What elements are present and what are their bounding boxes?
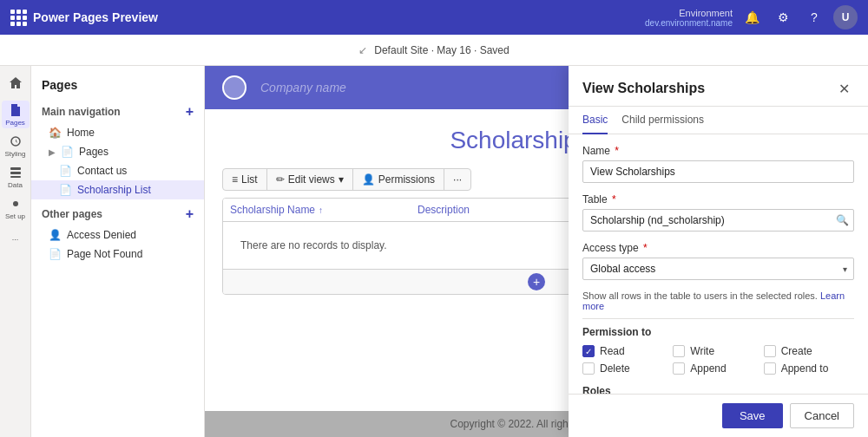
table-input-wrap: 🔍: [582, 209, 854, 232]
save-button[interactable]: Save: [722, 403, 783, 428]
append-label: Append: [690, 362, 726, 375]
settings-button[interactable]: ⚙: [771, 5, 795, 29]
rail-setup-icon[interactable]: Set up: [2, 194, 30, 222]
name-input[interactable]: [582, 160, 854, 183]
home-label: Home: [67, 127, 95, 139]
sort-icon: ↑: [319, 205, 323, 215]
sidebar-item-home[interactable]: 🏠 Home: [31, 123, 204, 142]
edit-views-button[interactable]: ✏ Edit views ▾: [267, 169, 353, 190]
checkbox-append: Append: [673, 362, 763, 375]
app-title: Power Pages Preview: [33, 10, 158, 24]
cancel-button[interactable]: Cancel: [790, 403, 854, 428]
topbar-right: Environment dev.environment.name 🔔 ⚙ ? U: [645, 5, 858, 29]
checkbox-read: ✓ Read: [582, 345, 673, 357]
more-button[interactable]: ···: [444, 169, 470, 190]
panel-close-button[interactable]: ✕: [833, 78, 854, 99]
main-layout: Pages Styling Data Set up ··· Pages Main…: [0, 66, 868, 437]
sidebar-header: Pages: [31, 73, 204, 97]
add-other-button[interactable]: +: [186, 206, 194, 222]
rail-data-icon[interactable]: Data: [2, 163, 30, 191]
checkbox-write: Write: [673, 345, 763, 357]
environment-name: dev.environment.name: [645, 18, 733, 28]
rail-pages-label: Pages: [5, 119, 25, 127]
rail-styling-icon[interactable]: Styling: [2, 132, 30, 160]
table-input[interactable]: [582, 209, 854, 232]
rail-more-icon[interactable]: ···: [2, 225, 30, 253]
panel-header: View Scholarships ✕: [569, 66, 868, 107]
other-pages-section: Other pages +: [31, 199, 204, 225]
tab-child-permissions[interactable]: Child permissions: [621, 107, 704, 134]
pages-label: Pages: [79, 146, 108, 158]
append-to-checkbox[interactable]: [764, 362, 776, 375]
svg-rect-3: [10, 176, 21, 178]
append-checkbox[interactable]: [673, 362, 685, 375]
company-name: Company name: [260, 81, 346, 95]
rail-home-icon[interactable]: [2, 69, 30, 97]
list-button[interactable]: ≡ List: [223, 169, 267, 190]
delete-checkbox[interactable]: [582, 362, 595, 375]
panel-title: View Scholarships: [582, 81, 705, 96]
append-to-label: Append to: [781, 362, 829, 375]
list-icon: ≡: [232, 173, 238, 186]
create-checkbox[interactable]: [764, 345, 776, 357]
more-icon: ···: [453, 173, 462, 186]
read-label: Read: [600, 345, 625, 357]
waffle-icon[interactable]: [10, 10, 26, 25]
main-nav-section: Main navigation +: [31, 97, 204, 123]
list-toolbar: ≡ List ✏ Edit views ▾ 👤 Permissions ···: [222, 168, 471, 191]
rail-setup-label: Set up: [5, 212, 25, 220]
panel-overlay: View Scholarships ✕ Basic Child permissi…: [569, 66, 868, 437]
write-label: Write: [690, 345, 714, 357]
permissions-grid: ✓ Read Write Create Delete: [582, 345, 854, 375]
page-not-found-icon: 📄: [49, 248, 62, 260]
scholarship-page-icon: 📄: [59, 184, 72, 196]
help-text: Show all rows in the table to users in t…: [582, 290, 854, 311]
svg-rect-2: [10, 172, 21, 174]
subbar-move-icon: ↙: [358, 44, 367, 56]
read-checkbox[interactable]: ✓: [582, 345, 595, 357]
edit-views-arrow: ▾: [339, 173, 344, 186]
notification-button[interactable]: 🔔: [740, 5, 764, 29]
subbar-text: Default Site · May 16 · Saved: [374, 44, 509, 56]
sidebar-item-contact-us[interactable]: 📄 Contact us: [31, 161, 204, 180]
rail-styling-label: Styling: [4, 150, 25, 158]
page-not-found-label: Page Not Found: [67, 248, 142, 260]
access-type-select[interactable]: Global access Account access Contact acc…: [582, 258, 854, 280]
panel-body: Name * Table * 🔍: [569, 134, 868, 394]
sidebar-item-page-not-found[interactable]: 📄 Page Not Found: [31, 245, 204, 264]
pages-page-icon: 📄: [61, 146, 74, 158]
list-label: List: [241, 173, 258, 186]
add-nav-button[interactable]: +: [186, 104, 194, 120]
add-row-circle-icon: +: [528, 273, 545, 290]
avatar[interactable]: U: [833, 5, 858, 29]
sidebar-item-access-denied[interactable]: 👤 Access Denied: [31, 225, 204, 245]
contact-page-icon: 📄: [59, 165, 72, 177]
checkbox-append-to: Append to: [764, 362, 854, 375]
scholarship-label: Scholarship List: [77, 184, 151, 196]
sidebar-title: Pages: [42, 78, 77, 92]
rail-pages-icon[interactable]: Pages: [2, 101, 30, 128]
col-description: Description: [418, 204, 591, 216]
permissions-button[interactable]: 👤 Permissions: [353, 169, 444, 190]
contact-label: Contact us: [77, 165, 127, 177]
col-scholarship-name: Scholarship Name ↑: [230, 204, 404, 216]
site-logo: [222, 75, 247, 100]
topbar: Power Pages Preview Environment dev.envi…: [0, 0, 868, 35]
icon-rail: Pages Styling Data Set up ···: [0, 66, 31, 437]
create-label: Create: [781, 345, 812, 357]
checkbox-create: Create: [764, 345, 854, 357]
help-button[interactable]: ?: [802, 5, 826, 29]
sidebar-item-pages[interactable]: ▶ 📄 Pages: [31, 142, 204, 161]
panel-footer: Save Cancel: [569, 394, 868, 437]
access-type-label: Access type *: [582, 242, 854, 254]
table-search-icon: 🔍: [836, 214, 849, 226]
checkbox-delete: Delete: [582, 362, 673, 375]
sidebar-item-scholarship-list[interactable]: 📄 Scholarship List ···: [31, 180, 204, 199]
access-type-field-group: Access type * Global access Account acce…: [582, 242, 854, 280]
tab-basic[interactable]: Basic: [582, 107, 608, 134]
home-icon: 🏠: [49, 127, 62, 139]
environment-info: Environment dev.environment.name: [645, 8, 733, 28]
write-checkbox[interactable]: [673, 345, 685, 357]
sidebar: Pages Main navigation + 🏠 Home ▶ 📄 Pages…: [31, 66, 205, 437]
roles-section: Roles + + Add roles 👤 Anonymous Users ⋯ …: [582, 385, 854, 394]
